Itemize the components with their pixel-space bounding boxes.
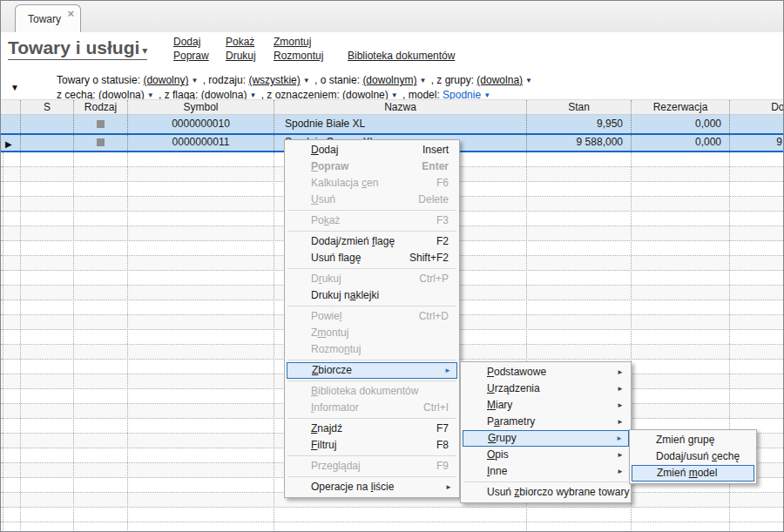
submenu-arrow-icon: ► [617,414,624,430]
link-popraw[interactable]: Popraw [173,50,209,62]
menu-shortcut: F6 [436,175,449,192]
current-row-arrow-icon: ▶ [5,137,12,151]
cell-symbol: 0000000010 [127,115,274,133]
column-header-rezerwacja[interactable]: Rezerwacja [631,100,729,114]
grid-guide-line [73,152,74,532]
link-drukuj[interactable]: Drukuj [226,50,256,62]
menu-item-zmień-grupę[interactable]: Zmień grupę [632,432,754,448]
submenu-arrow-icon: ► [617,447,624,463]
menu-item-label: Drukuj naklejki [311,289,379,301]
menu-item-label: Popraw [311,160,348,172]
menu-item-label: Dodaj/zmień flagę [311,235,395,247]
menu-item-pokaż: PokażF3 [287,212,457,229]
submenu-arrow-icon: ► [617,397,624,414]
menu-item-label: Zmontuj [311,327,348,339]
dropdown-caret-icon[interactable]: ▼ [147,91,154,99]
link-dodaj[interactable]: Dodaj [173,36,200,48]
table-row[interactable]: 0000000010 Spodnie Białe XL 9,950 0,000 [1,115,783,133]
filter-rodzaj-value[interactable]: (wszystkie) [248,74,300,86]
menu-separator [287,360,456,360]
column-header-stan[interactable]: Stan [526,100,631,114]
menu-item-label: Biblioteka dokumentów [311,385,418,397]
menu-item-dodaj-zmień-flagę[interactable]: Dodaj/zmień flagęF2 [287,233,457,250]
menu-item-urządzenia[interactable]: Urządzenia► [463,380,629,397]
menu-item-label: Usuń flagę [311,252,361,264]
grid-guide-line [20,152,21,532]
filter-grupa-value[interactable]: (dowolna) [476,74,523,86]
menu-item-label: Znajdź [311,422,342,434]
menu-item-usuń-zbiorczo-wybrane-towary[interactable]: Usuń zbiorczo wybrane towary [463,484,629,501]
menu-item-zmień-model[interactable]: Zmień model [632,465,754,481]
submenu-arrow-icon: ► [445,479,452,495]
link-pokaz[interactable]: Pokaż [226,36,254,48]
menu-item-drukuj-naklejki[interactable]: Drukuj naklejki [287,287,457,304]
menu-item-znajdź[interactable]: ZnajdźF7 [287,421,457,437]
link-rozmontuj[interactable]: Rozmontuj [274,50,323,62]
cell-rodzaj [73,135,127,151]
tab-label: Towary [28,13,61,25]
menu-item-dodaj[interactable]: DodajInsert [287,142,457,158]
cell-rezerwacja: 0,000 [631,115,729,133]
dropdown-caret-icon[interactable]: ▼ [419,77,426,84]
filter-status-value[interactable]: (dowolny) [143,74,188,86]
dropdown-caret-icon[interactable]: ▼ [303,77,310,84]
filter-label: , rodzaju: [203,74,246,86]
menu-shortcut: Insert [422,142,449,158]
column-header-symbol[interactable]: Symbol [127,100,274,114]
filter-stan-value[interactable]: (dowolnym) [362,74,416,86]
menu-item-inne[interactable]: Inne► [463,463,629,480]
menu-item-zbiorcze[interactable]: Zbiorcze► [287,362,457,379]
filter-label: , z grupy: [431,74,474,86]
menu-shortcut: Enter [422,158,449,175]
menu-item-dodaj-usuń-cechę[interactable]: Dodaj/usuń cechę [632,448,754,465]
page-title-dropdown[interactable]: Towary i usługi▾ [8,37,147,60]
tab-towary[interactable]: Towary × [15,4,81,32]
column-header-dost[interactable]: Dost [729,100,784,114]
menu-item-usuń-flagę[interactable]: Usuń flagęShift+F2 [287,250,457,266]
menu-item-filtruj[interactable]: FiltrujF8 [287,437,457,454]
filter-row-1: Towary o statusie: (dowolny)▼ , rodzaju:… [57,74,534,86]
menu-item-parametry[interactable]: Parametry► [463,414,629,430]
dropdown-caret-icon[interactable]: ▼ [483,91,490,99]
dropdown-caret-icon[interactable]: ▼ [525,77,532,84]
menu-item-label: Informator [311,401,359,414]
menu-separator [287,455,456,456]
menu-shortcut: Ctrl+I [423,400,449,416]
menu-item-miary[interactable]: Miary► [463,397,629,414]
link-biblioteka-dokumentow[interactable]: Biblioteka dokumentów [348,50,455,62]
submenu-arrow-icon: ► [616,431,623,446]
filter-label: Towary o statusie: [57,74,140,86]
menu-item-label: Dodaj [311,144,338,156]
column-header-rodzaj[interactable]: Rodzaj [73,100,127,114]
submenu-arrow-icon: ► [617,380,624,397]
dropdown-caret-icon[interactable]: ▼ [391,91,398,99]
submenu-zbiorcze: Podstawowe►Urządzenia►Miary►Parametry►Gr… [460,361,632,503]
menu-item-operacje-na-liście[interactable]: Operacje na liście► [287,479,457,495]
menu-item-opis[interactable]: Opis► [463,447,629,463]
filter-label: , o stanie: [314,74,360,86]
link-zmontuj[interactable]: Zmontuj [274,36,311,48]
menu-shortcut: F8 [436,437,449,454]
cell-s [20,135,73,151]
menu-separator [287,476,456,477]
menu-item-grupy[interactable]: Grupy► [463,430,629,447]
menu-item-popraw: PoprawEnter [287,158,457,175]
menu-item-label: Inne [487,465,507,477]
menu-item-label: Dodaj/usuń cechę [656,450,740,462]
menu-shortcut: F2 [436,233,449,250]
tab-close-icon[interactable]: × [67,7,74,20]
column-header-nazwa[interactable]: Nazwa [274,100,526,114]
menu-item-label: Zmień grupę [656,434,714,446]
menu-shortcut: Ctrl+P [419,271,449,287]
cell-dost [729,115,782,133]
menu-item-rozmontuj: Rozmontuj [287,341,457,358]
menu-item-zmontuj: Zmontuj [287,325,457,341]
submenu-arrow-icon: ► [617,463,624,480]
dropdown-caret-icon[interactable]: ▼ [249,91,256,99]
filter-expander-icon[interactable]: ▼ [10,83,19,92]
menu-item-podstawowe[interactable]: Podstawowe► [463,364,629,380]
dropdown-caret-icon[interactable]: ▼ [191,77,198,84]
menu-shortcut: Ctrl+D [419,308,449,325]
grid-guide-line [127,152,128,532]
column-header-s[interactable]: S [20,100,73,114]
